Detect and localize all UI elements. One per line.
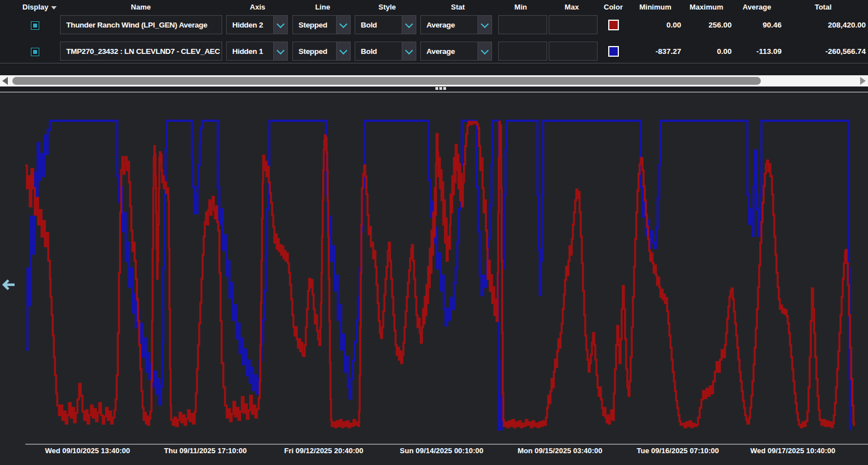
minimum-value: 0.00 — [625, 15, 681, 34]
color-swatch[interactable] — [608, 46, 619, 57]
header-line: Line — [315, 3, 330, 11]
header-stat: Stat — [451, 3, 465, 11]
max-input[interactable] — [549, 15, 598, 34]
header-display[interactable]: Display — [22, 3, 57, 11]
header-total: Total — [815, 3, 832, 11]
x-axis-label: Mon 09/15/2025 03:40:00 — [517, 446, 602, 455]
header-min: Min — [515, 3, 527, 11]
header-name: Name — [131, 3, 150, 11]
collapse-panel-arrow-icon[interactable] — [1, 277, 16, 292]
chevron-down-icon — [405, 46, 413, 54]
minimum-value: -837.27 — [625, 42, 681, 61]
header-minimum: Minimum — [639, 3, 671, 11]
header-color: Color — [604, 3, 623, 11]
x-axis-label: Sun 09/14/2025 00:10:00 — [400, 446, 484, 455]
maximum-value: 0.00 — [676, 42, 732, 61]
chevron-down-icon — [277, 46, 284, 54]
min-input[interactable] — [498, 15, 547, 34]
axis-select[interactable]: Hidden 2 — [226, 15, 274, 34]
color-swatch[interactable] — [608, 20, 619, 30]
average-value: 90.46 — [725, 15, 782, 34]
x-axis-label: Wed 09/17/2025 10:40:00 — [750, 446, 835, 455]
splitter-band — [0, 86, 868, 92]
axis-select[interactable]: Hidden 1 — [226, 42, 274, 61]
header-max: Max — [564, 3, 578, 11]
x-axis-label: Wed 09/10/2025 13:40:00 — [45, 446, 130, 455]
line-dropdown-button[interactable] — [337, 42, 351, 61]
style-dropdown-button[interactable] — [402, 42, 416, 61]
display-dropdown-caret-icon — [51, 6, 57, 10]
total-value: 208,420.00 — [798, 15, 866, 34]
display-checkbox[interactable] — [31, 21, 39, 30]
x-axis-label: Tue 09/16/2025 07:10:00 — [637, 446, 719, 455]
header-maximum: Maximum — [690, 3, 723, 11]
style-dropdown-button[interactable] — [402, 15, 416, 34]
scrollbar-thumb[interactable] — [12, 77, 761, 85]
style-select[interactable]: Bold — [355, 15, 402, 34]
x-axis-label: Fri 09/12/2025 20:40:00 — [284, 446, 364, 455]
display-checkbox[interactable] — [31, 48, 39, 56]
stat-dropdown-button[interactable] — [478, 42, 492, 61]
maximum-value: 256.00 — [676, 15, 732, 34]
name-input[interactable]: TMP270_23432 : LN CLEVLND7 - CLEV_AEC — [60, 42, 222, 61]
scroll-right-arrow-icon[interactable] — [860, 77, 866, 85]
chart-plot[interactable] — [0, 93, 868, 465]
line-select[interactable]: Stepped — [292, 15, 337, 34]
axis-dropdown-button[interactable] — [274, 42, 288, 61]
splitter-drag-handle[interactable] — [435, 87, 446, 90]
min-input[interactable] — [498, 42, 547, 61]
average-value: -113.09 — [725, 42, 782, 61]
line-dropdown-button[interactable] — [337, 15, 351, 34]
chevron-down-icon — [405, 20, 413, 28]
total-value: -260,566.74 — [798, 42, 866, 61]
name-input[interactable]: Thunder Ranch Wind (LPI_GEN) Average — [60, 15, 222, 34]
chevron-down-icon — [277, 20, 284, 28]
axis-dropdown-button[interactable] — [274, 15, 288, 34]
stat-select[interactable]: Average — [420, 42, 478, 61]
max-input[interactable] — [549, 42, 598, 61]
x-axis-labels: Wed 09/10/2025 13:40:00Thu 09/11/2025 17… — [0, 446, 868, 458]
header-style: Style — [378, 3, 396, 11]
series-config-panel: Display Name Axis Line Style Stat Min Ma… — [0, 0, 868, 75]
chevron-down-icon — [481, 46, 489, 54]
stat-dropdown-button[interactable] — [478, 15, 492, 34]
header-axis: Axis — [250, 3, 265, 11]
chevron-down-icon — [339, 46, 347, 54]
style-select[interactable]: Bold — [355, 42, 402, 61]
header-average: Average — [743, 3, 771, 11]
table-bottom-divider — [0, 63, 868, 63]
chevron-down-icon — [481, 20, 489, 28]
line-select[interactable]: Stepped — [292, 42, 337, 61]
stat-select[interactable]: Average — [420, 15, 478, 34]
x-axis-label: Thu 09/11/2025 17:10:00 — [164, 446, 246, 455]
horizontal-scrollbar[interactable] — [0, 75, 868, 86]
chevron-down-icon — [339, 20, 347, 28]
scroll-left-arrow-icon[interactable] — [2, 77, 8, 85]
